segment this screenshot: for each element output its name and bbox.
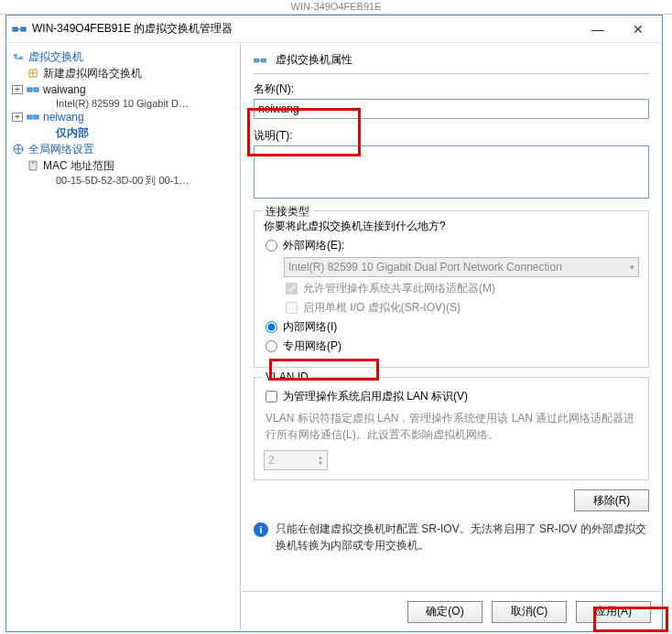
new-vswitch-icon: [27, 67, 39, 80]
description-input[interactable]: [254, 145, 649, 199]
expand-icon[interactable]: +: [12, 85, 23, 94]
expand-icon[interactable]: +: [12, 113, 23, 122]
check-allow-mgmt: 允许管理操作系统共享此网络适配器(M): [286, 281, 639, 296]
svg-rect-6: [27, 88, 32, 91]
window-titlebar: WIN-349O4FEB91E 的虚拟交换机管理器 — ✕: [6, 16, 662, 43]
chevron-down-icon: ▾: [630, 263, 634, 272]
mac-icon: [27, 159, 39, 172]
vswitch-section-icon: [12, 50, 25, 63]
svg-rect-0: [13, 27, 17, 31]
radio-external-input[interactable]: [266, 240, 277, 252]
svg-rect-13: [255, 59, 258, 62]
nic-select: Intel(R) 82599 10 Gigabit Dual Port Netw…: [284, 257, 639, 277]
vlan-id-value: 2: [268, 454, 275, 467]
radio-label: 内部网络(I): [283, 319, 337, 335]
svg-rect-7: [34, 88, 38, 91]
global-section-icon: [12, 143, 25, 156]
check-vlan-enable[interactable]: 为管理操作系统启用虚拟 LAN 标识(V): [266, 389, 639, 404]
radio-external[interactable]: 外部网络(E):: [266, 238, 639, 253]
check-allow-mgmt-input: [286, 283, 298, 295]
description-label: 说明(T):: [254, 128, 649, 144]
check-label: 启用单根 I/O 虚拟化(SR-IOV)(S): [303, 300, 461, 316]
name-input[interactable]: [254, 99, 649, 119]
vswitch-props-icon: [254, 54, 266, 67]
vswitch-manager-window: WIN-349O4FEB91E 的虚拟交换机管理器 — ✕ 虚拟交换机 新建虚拟…: [5, 15, 663, 632]
app-icon: [12, 22, 27, 37]
tree-section-vswitches[interactable]: 虚拟交换机: [6, 48, 240, 65]
window-title: WIN-349O4FEB91E 的虚拟交换机管理器: [32, 21, 578, 37]
tree-item-waiwang-nic: Intel(R) 82599 10 Gigabit Dual Por...: [6, 98, 190, 109]
properties-panel: 虚拟交换机属性 名称(N): 说明(T): 连接类型 你要将此虚拟交换机连接到什…: [241, 43, 662, 591]
vswitch-icon: [27, 111, 39, 124]
apply-button[interactable]: 应用(A): [576, 601, 651, 623]
connection-type-group: 连接类型 你要将此虚拟交换机连接到什么地方? 外部网络(E): Intel(R)…: [254, 210, 649, 368]
name-label: 名称(N):: [254, 81, 649, 97]
group-title: VLAN ID: [262, 371, 312, 383]
dialog-footer: 确定(O) 取消(C) 应用(A): [241, 591, 662, 631]
tree-section-label: 全局网络设置: [28, 142, 94, 157]
check-label: 为管理操作系统启用虚拟 LAN 标识(V): [283, 389, 468, 404]
close-button[interactable]: ✕: [618, 16, 658, 42]
group-title: 连接类型: [262, 204, 313, 220]
panel-title: 虚拟交换机属性: [276, 52, 352, 68]
svg-rect-3: [14, 54, 17, 57]
tree-item-mac-range[interactable]: MAC 地址范围: [6, 157, 240, 174]
check-vlan-input[interactable]: [266, 391, 277, 403]
cancel-button[interactable]: 取消(C): [492, 601, 567, 623]
remove-button[interactable]: 移除(R): [574, 489, 649, 511]
parent-window-title: WIN-349O4FEB91E: [0, 0, 672, 15]
svg-rect-4: [19, 57, 23, 59]
check-sriov: 启用单根 I/O 虚拟化(SR-IOV)(S): [286, 300, 639, 316]
radio-internal[interactable]: 内部网络(I): [266, 319, 639, 335]
tree-item-label: waiwang: [43, 83, 86, 96]
tree-section-global[interactable]: 全局网络设置: [6, 141, 240, 157]
check-label: 允许管理操作系统共享此网络适配器(M): [303, 281, 495, 296]
tree-item-waiwang[interactable]: + waiwang: [6, 81, 240, 98]
tree-section-label: 虚拟交换机: [28, 49, 83, 65]
radio-label: 外部网络(E):: [283, 238, 344, 253]
tree-new-vswitch[interactable]: 新建虚拟网络交换机: [6, 65, 240, 81]
radio-private[interactable]: 专用网络(P): [266, 338, 639, 354]
nic-selected-label: Intel(R) 82599 10 Gigabit Dual Port Netw…: [288, 261, 562, 274]
vlan-id-input: 2 ▲▼: [264, 450, 328, 470]
info-text: 只能在创建虚拟交换机时配置 SR-IOV。无法将启用了 SR-IOV 的外部虚拟…: [276, 521, 649, 553]
connection-prompt: 你要将此虚拟交换机连接到什么地方?: [264, 219, 639, 234]
vswitch-icon: [27, 83, 39, 96]
radio-label: 专用网络(P): [283, 338, 341, 354]
spinner-icon: ▲▼: [318, 455, 323, 466]
vlan-group: VLAN ID 为管理操作系统启用虚拟 LAN 标识(V) VLAN 标识符指定…: [254, 377, 649, 480]
minimize-button[interactable]: —: [578, 16, 618, 42]
tree-item-neiwang-type: 仅内部: [6, 125, 240, 141]
info-icon: i: [254, 522, 268, 537]
check-sriov-input: [286, 302, 298, 314]
radio-internal-input[interactable]: [266, 321, 277, 333]
vlan-note: VLAN 标识符指定虚拟 LAN，管理操作系统使用该 LAN 通过此网络适配器进…: [266, 410, 637, 443]
tree-item-label: MAC 地址范围: [43, 158, 114, 174]
ok-button[interactable]: 确定(O): [407, 601, 482, 623]
svg-point-12: [32, 162, 34, 164]
tree-item-mac-value: 00-15-5D-52-3D-00 到 00-15-5D-5...: [6, 174, 190, 188]
svg-rect-14: [262, 59, 266, 62]
tree-item-neiwang[interactable]: + neiwang: [6, 109, 240, 125]
svg-rect-8: [27, 115, 32, 119]
svg-rect-9: [34, 115, 38, 119]
tree-item-label: neiwang: [43, 111, 84, 124]
radio-private-input[interactable]: [266, 340, 277, 352]
tree-item-label: 新建虚拟网络交换机: [43, 66, 142, 81]
tree-panel: 虚拟交换机 新建虚拟网络交换机 + waiwang Intel(R) 82599…: [6, 43, 241, 631]
sriov-info: i 只能在创建虚拟交换机时配置 SR-IOV。无法将启用了 SR-IOV 的外部…: [254, 521, 649, 553]
svg-rect-1: [21, 27, 26, 31]
